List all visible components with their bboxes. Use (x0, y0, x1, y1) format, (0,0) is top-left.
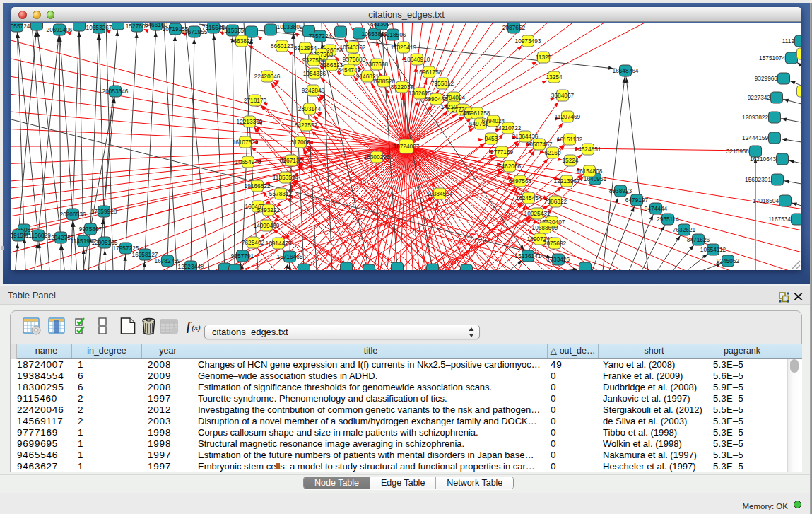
svg-text:12213967: 12213967 (554, 177, 580, 185)
svg-text:7615535: 7615535 (221, 27, 245, 34)
svg-text:2087652: 2087652 (502, 24, 526, 31)
svg-text:17359928: 17359928 (91, 208, 117, 215)
svg-text:12923448: 12923448 (178, 263, 204, 270)
svg-text:2935114: 2935114 (657, 216, 679, 223)
svg-text:22420046: 22420046 (254, 73, 281, 80)
svg-text:10033809: 10033809 (277, 23, 303, 30)
svg-text:317006: 317006 (290, 139, 310, 146)
svg-text:17018504: 17018504 (753, 197, 779, 204)
svg-text:7955812: 7955812 (431, 80, 454, 87)
svg-text:15224: 15224 (562, 157, 578, 164)
svg-text:14524851: 14524851 (575, 146, 601, 153)
svg-text:15692301: 15692301 (745, 176, 771, 183)
svg-text:9657791: 9657791 (231, 252, 254, 259)
svg-text:7386322: 7386322 (544, 198, 567, 205)
svg-text:7632621: 7632621 (673, 226, 696, 233)
svg-text:8471626: 8471626 (687, 236, 710, 243)
svg-text:62160: 62160 (544, 149, 560, 156)
svg-text:5578312: 5578312 (269, 190, 293, 197)
svg-text:9375685: 9375685 (343, 56, 366, 63)
svg-text:9453: 9453 (485, 135, 498, 142)
svg-text:19166822: 19166822 (245, 182, 271, 189)
svg-text:6794024: 6794024 (442, 94, 466, 101)
svg-text:2367608: 2367608 (365, 61, 389, 68)
svg-text:19218506: 19218506 (380, 31, 406, 38)
svg-text:10654948: 10654948 (235, 158, 261, 165)
svg-text:9227342: 9227342 (748, 94, 771, 101)
svg-text:14055724: 14055724 (11, 23, 30, 30)
svg-text:18724007: 18724007 (394, 143, 420, 150)
svg-text:9975867: 9975867 (79, 226, 102, 233)
svg-text:9474444: 9474444 (645, 205, 668, 212)
svg-text:1733426: 1733426 (547, 256, 570, 263)
svg-text:15136141: 15136141 (515, 252, 541, 259)
svg-text:6794024: 6794024 (482, 117, 505, 124)
svg-text:14210722: 14210722 (495, 124, 522, 132)
svg-text:7663822: 7663822 (230, 37, 254, 45)
svg-text:39159: 39159 (11, 232, 27, 239)
svg-text:5493222: 5493222 (257, 206, 281, 214)
svg-text:12093822: 12093822 (742, 114, 768, 121)
svg-text:8938923: 8938923 (609, 187, 632, 194)
svg-text:1167534: 1167534 (768, 216, 791, 223)
svg-text:18300295: 18300295 (364, 153, 390, 160)
svg-text:8660123: 8660123 (271, 42, 294, 49)
svg-text:20053346: 20053346 (102, 88, 129, 95)
svg-text:11207469: 11207469 (555, 113, 581, 120)
svg-text:11325419: 11325419 (391, 44, 417, 51)
svg-text:20206536: 20206536 (60, 211, 86, 218)
svg-text:(x): (x) (192, 323, 201, 332)
svg-text:11325: 11325 (536, 54, 552, 61)
svg-text:18640910: 18640910 (404, 56, 430, 63)
svg-text:9777169: 9777169 (490, 148, 514, 156)
svg-text:7462066: 7462066 (498, 163, 522, 170)
svg-text:15716485: 15716485 (277, 253, 303, 260)
svg-text:20691406: 20691406 (47, 26, 73, 33)
svg-text:6497568: 6497568 (509, 177, 532, 185)
svg-text:9242848: 9242848 (302, 87, 325, 94)
svg-text:10973493: 10973493 (515, 37, 541, 45)
svg-text:16154808: 16154808 (577, 168, 603, 175)
svg-text:16961758: 16961758 (416, 69, 442, 76)
svg-text:16782759: 16782759 (155, 257, 181, 264)
svg-text:6479197: 6479197 (625, 197, 649, 204)
svg-text:10507457: 10507457 (526, 141, 553, 148)
svg-text:11353594: 11353594 (273, 174, 299, 181)
svg-text:7075692: 7075692 (543, 240, 567, 247)
svg-text:10688609: 10688609 (532, 224, 558, 231)
svg-text:16107522: 16107522 (233, 139, 259, 146)
svg-text:8813094: 8813094 (370, 23, 394, 28)
svg-text:10543362: 10543362 (340, 44, 366, 51)
svg-text:7625402: 7625402 (242, 239, 265, 246)
svg-text:9245052: 9245052 (717, 257, 740, 264)
svg-text:3215958: 3215958 (726, 148, 750, 155)
svg-text:12444159: 12444159 (742, 134, 768, 141)
svg-text:16961758: 16961758 (464, 110, 490, 117)
svg-text:16210643: 16210643 (750, 156, 776, 163)
svg-text:f: f (187, 320, 192, 333)
svg-text:7357224: 7357224 (309, 33, 332, 40)
svg-text:10025431: 10025431 (524, 210, 551, 217)
svg-text:16245454: 16245454 (516, 194, 542, 201)
svg-text:10653267: 10653267 (86, 24, 112, 31)
svg-text:1054336: 1054336 (303, 70, 326, 77)
svg-text:3684067: 3684067 (551, 92, 575, 99)
svg-text:14099469: 14099469 (254, 222, 280, 229)
svg-text:9329966: 9329966 (755, 75, 778, 82)
svg-text:8267130: 8267130 (280, 157, 303, 164)
svg-text:12213369: 12213369 (237, 118, 263, 125)
svg-text:16648764: 16648764 (613, 67, 639, 74)
svg-text:2718170: 2718170 (244, 97, 267, 104)
svg-text:16914479: 16914479 (266, 240, 292, 247)
svg-text:10654112: 10654112 (700, 246, 726, 253)
svg-text:21364436: 21364436 (512, 133, 539, 140)
svg-text:1112: 1112 (782, 37, 795, 45)
svg-text:8427552: 8427552 (295, 122, 318, 129)
svg-text:19384554: 19384554 (427, 190, 453, 197)
svg-text:15751074: 15751074 (759, 54, 785, 62)
svg-text:2803144: 2803144 (298, 105, 322, 112)
svg-text:13254: 13254 (546, 74, 562, 81)
svg-text:16151132: 16151132 (557, 136, 583, 143)
